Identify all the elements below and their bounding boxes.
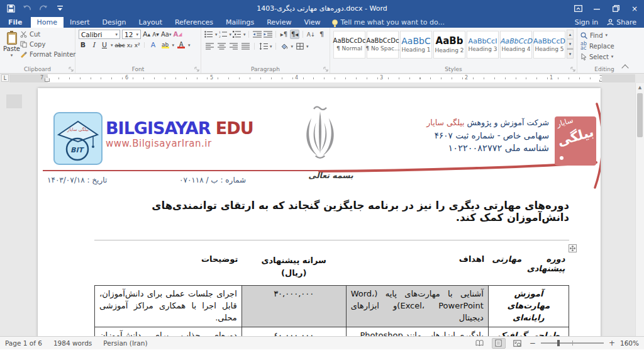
change-case-button[interactable]: Aa▾	[161, 31, 171, 38]
increase-indent-button[interactable]	[263, 30, 272, 39]
zoom-slider-thumb[interactable]	[557, 340, 560, 346]
customize-quick-access-icon[interactable]	[55, 4, 64, 13]
align-left-button[interactable]	[204, 42, 215, 51]
format-painter-button[interactable]: Format Painter	[20, 50, 75, 59]
read-mode-button[interactable]	[473, 338, 487, 349]
zoom-out-button[interactable]: −	[530, 339, 536, 347]
paragraph-dialog-launcher[interactable]	[323, 67, 328, 72]
font-size-select[interactable]: 12▾	[122, 30, 141, 39]
paste-button[interactable]: Paste▾	[3, 30, 20, 59]
shading-button[interactable]	[279, 42, 290, 51]
web-layout-button[interactable]	[511, 338, 525, 349]
decrease-indent-button[interactable]	[252, 30, 262, 39]
tab-view[interactable]: View	[297, 17, 326, 28]
italic-button[interactable]: I	[89, 41, 98, 49]
select-button[interactable]: Select▾	[580, 52, 628, 61]
styles-scroll-up[interactable]: ▴	[567, 30, 574, 39]
style-no-spacing[interactable]: AaBbCcDc¶ No Spac...	[367, 31, 399, 59]
style-heading-1[interactable]: AaBbCHeading 1	[400, 31, 432, 59]
replace-button[interactable]: abac Replace	[580, 42, 628, 50]
scrollbar-thumb[interactable]	[637, 93, 643, 137]
tab-file[interactable]: File	[0, 17, 31, 28]
cell-course[interactable]: آموزش مهارت‌های رایانه‌ای	[488, 286, 569, 327]
zoom-slider[interactable]	[541, 342, 604, 344]
styles-dialog-launcher[interactable]	[570, 67, 575, 72]
restore-button[interactable]	[606, 0, 625, 17]
ltr-direction-button[interactable]: ▸¶	[279, 30, 289, 39]
strikethrough-button[interactable]: abc	[115, 42, 125, 48]
table-row[interactable]: طراحی گرافیک یادگیری ابزارهایی مانند Pho…	[95, 327, 569, 336]
ruler-strip[interactable]: 7 6 5 4 3 2 1	[9, 74, 635, 82]
minimize-button[interactable]	[587, 0, 606, 17]
align-center-button[interactable]	[216, 42, 227, 51]
tab-references[interactable]: References	[169, 17, 219, 28]
language-indicator[interactable]: Persian (Iran)	[103, 339, 147, 347]
rtl-direction-button[interactable]: ¶◂	[290, 30, 299, 39]
cell-notes[interactable]: دوره‌ای جذاب برای دانش‌آموزان	[95, 327, 242, 336]
text-effects-button[interactable]: A	[148, 42, 158, 48]
justify-button[interactable]	[240, 42, 251, 51]
numbering-button[interactable]: 12	[218, 30, 228, 39]
style-heading-3[interactable]: AaBbCcIHeading 3	[467, 31, 499, 59]
tab-layout[interactable]: Layout	[133, 17, 169, 28]
style-heading-2[interactable]: AaBbHeading 2	[433, 31, 465, 59]
superscript-button[interactable]: x²	[135, 42, 140, 48]
print-layout-button[interactable]	[492, 338, 506, 349]
undo-icon[interactable]	[23, 4, 31, 13]
cell-amount[interactable]: ٤٠,٠٠٠,٠٠٠	[242, 327, 346, 336]
tab-selector[interactable]: L	[1, 74, 9, 82]
cell-goals[interactable]: آشنایی با مهارت‌های پایه (Word، Excel، P…	[346, 286, 488, 327]
style-heading-5[interactable]: AaBbCcDHeading 5	[533, 31, 565, 59]
tab-home[interactable]: Home	[31, 17, 64, 28]
font-dialog-launcher[interactable]	[194, 67, 199, 72]
clipboard-dialog-launcher[interactable]	[69, 67, 74, 72]
ribbon-display-options-icon[interactable]	[569, 0, 587, 17]
font-family-select[interactable]: Calibri▾	[79, 30, 120, 39]
borders-button[interactable]	[294, 42, 305, 51]
styles-gallery-expand[interactable]: ▾	[567, 48, 574, 59]
courses-table[interactable]: دوره مهارتی پیشنهادی اهداف سرانه پیشنهاد…	[94, 252, 569, 336]
share-button[interactable]: Share	[607, 18, 636, 26]
bold-button[interactable]: B	[79, 41, 87, 49]
cell-amount[interactable]: ٣٠,٠٠٠,٠٠٠	[242, 286, 346, 327]
copy-button[interactable]: Copy	[20, 40, 75, 48]
cell-notes[interactable]: اجرای جلسات عملی برای دانش‌آموزان، قابل …	[95, 286, 242, 327]
redo-icon[interactable]	[39, 4, 48, 13]
style-heading-4[interactable]: AaBbCcDHeading 4	[500, 31, 532, 59]
cell-course[interactable]: طراحی گرافیک	[488, 327, 569, 336]
page-indicator[interactable]: Page 1 of 6	[5, 339, 42, 347]
cut-button[interactable]: Cut	[20, 30, 75, 38]
multilevel-list-button[interactable]	[233, 30, 242, 39]
word-count[interactable]: 1984 words	[53, 339, 92, 347]
tab-mailings[interactable]: Mailings	[219, 17, 260, 28]
scroll-up-arrow[interactable]: ▲	[636, 83, 644, 92]
shrink-font-button[interactable]: A▼	[152, 31, 159, 38]
sign-in-link[interactable]: Sign in	[575, 18, 599, 26]
zoom-level[interactable]: 160%	[620, 339, 639, 347]
find-button[interactable]: Find▾	[580, 31, 628, 40]
underline-dropdown[interactable]: ▾	[111, 43, 113, 48]
table-move-handle[interactable]	[569, 244, 577, 252]
body-paragraph[interactable]: دوره‌های مهارتی دیگری را نیز در برنامه ج…	[94, 200, 569, 223]
grow-font-button[interactable]: A▲	[143, 30, 150, 38]
table-row[interactable]: آموزش مهارت‌های رایانه‌ای آشنایی با مهار…	[95, 286, 569, 327]
bullets-button[interactable]	[204, 30, 214, 39]
vertical-scrollbar[interactable]: ▲	[635, 83, 644, 336]
save-icon[interactable]	[6, 4, 15, 13]
highlight-color-button[interactable]: ab	[160, 42, 170, 48]
tab-design[interactable]: Design	[96, 17, 133, 28]
underline-button[interactable]: U	[100, 41, 109, 49]
tab-review[interactable]: Review	[260, 17, 297, 28]
ruler[interactable]: L 7 6 5 4 3 2 1	[0, 74, 644, 83]
line-spacing-button[interactable]	[258, 42, 269, 51]
cell-goals[interactable]: یادگیری ابزارهایی مانند Photoshop	[346, 327, 488, 336]
align-right-button[interactable]	[228, 42, 239, 51]
clear-formatting-button[interactable]: A◢	[173, 31, 182, 38]
font-color-button[interactable]: A	[176, 42, 186, 48]
subscript-button[interactable]: x₂	[127, 42, 133, 48]
document-page[interactable]: BIT بیلگی سایار BILGISAYAR EDU www.Bilgi…	[38, 88, 601, 336]
styles-scroll-down[interactable]: ▾	[567, 39, 574, 48]
close-button[interactable]: ×	[625, 0, 644, 17]
zoom-in-button[interactable]: +	[609, 339, 615, 347]
tell-me-box[interactable]: Tell me what you want to do...	[327, 17, 450, 28]
